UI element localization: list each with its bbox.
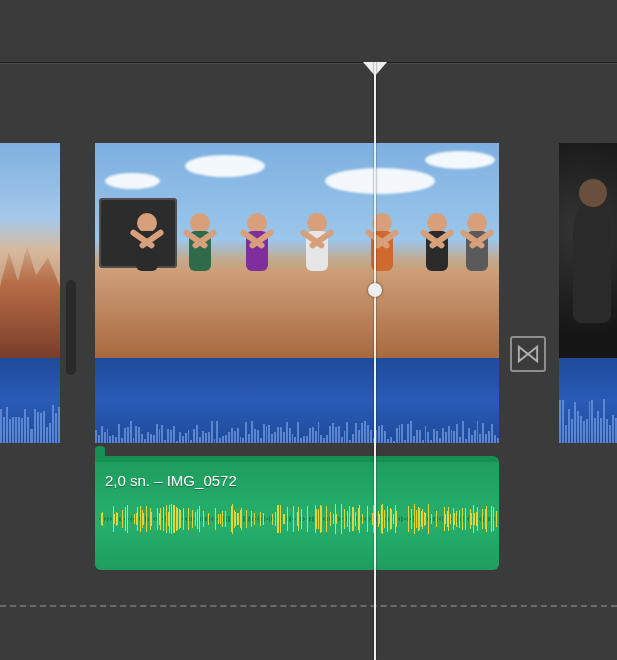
- video-track-bar: [95, 358, 499, 443]
- timeline[interactable]: 2,0 sn. – IMG_0572: [0, 70, 617, 610]
- clip-edge-handle[interactable]: [66, 280, 76, 375]
- audio-clip-handle[interactable]: [95, 446, 105, 462]
- clip-thumbnail: [0, 143, 60, 358]
- clip-thumbnail: [559, 143, 617, 358]
- video-clip-right[interactable]: [559, 143, 617, 443]
- audio-clip-label: 2,0 sn. – IMG_0572: [105, 472, 237, 489]
- timeline-top-divider: [0, 62, 617, 63]
- timeline-guideline: [0, 605, 617, 607]
- detached-audio-clip[interactable]: 2,0 sn. – IMG_0572: [95, 456, 499, 570]
- video-waveform: [559, 398, 617, 443]
- bowtie-icon: [517, 343, 539, 365]
- clip-thumbnail: [95, 143, 499, 358]
- video-waveform: [95, 398, 499, 443]
- video-clip-center[interactable]: [95, 143, 499, 443]
- video-track-bar: [0, 358, 60, 443]
- video-track-bar: [559, 358, 617, 443]
- transition-crossfade-icon[interactable]: [510, 336, 546, 372]
- audio-waveform: [99, 504, 495, 534]
- video-clip-left[interactable]: [0, 143, 60, 443]
- video-waveform: [0, 398, 60, 443]
